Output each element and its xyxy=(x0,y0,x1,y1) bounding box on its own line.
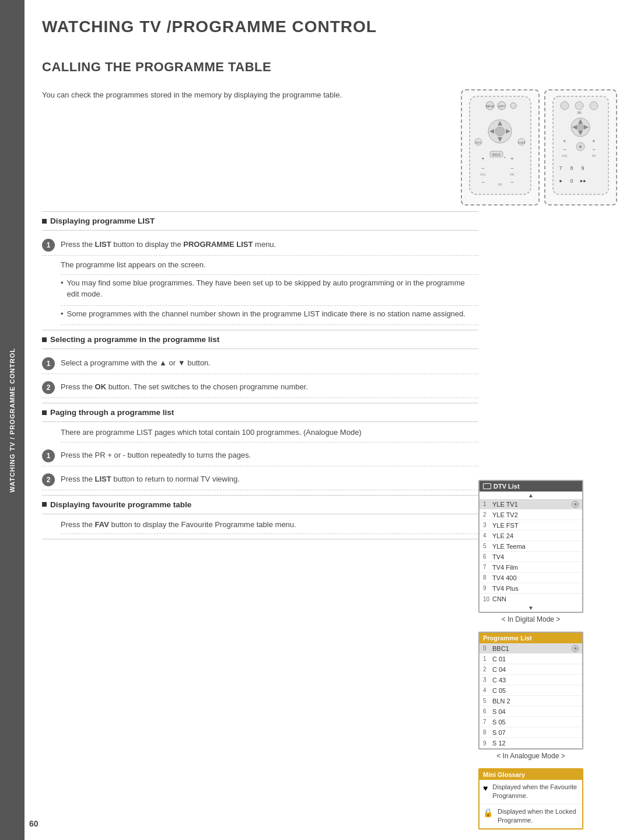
svg-text:+: + xyxy=(510,156,513,162)
dtv-row-name: TV4 Plus xyxy=(492,585,579,592)
sidebar: WATCHING TV / PROGRAMME CONTROL xyxy=(0,0,24,840)
dtv-row-name: TV4 xyxy=(492,553,579,560)
section-title: CALLING THE PROGRAMME TABLE xyxy=(42,48,612,83)
svg-text:GUIDE: GUIDE xyxy=(518,141,526,144)
divider-7 xyxy=(42,495,478,496)
dtv-list-row: 9 TV4 Plus xyxy=(480,583,582,594)
page-title: WATCHING TV /PROGRAMME CONTROL xyxy=(42,0,612,48)
svg-text:9: 9 xyxy=(581,165,584,171)
svg-text:MENU: MENU xyxy=(486,104,495,108)
intro-text: You can check the programmes stored in t… xyxy=(42,83,449,102)
dtv-row-name: YLE TV2 xyxy=(492,511,579,518)
sidebar-label: WATCHING TV / PROGRAMME CONTROL xyxy=(9,348,16,493)
step-select-1: 1 Select a programme with the ▲ or ▼ but… xyxy=(42,354,478,374)
svg-text:●: ● xyxy=(559,178,562,184)
dtv-row-num: 4 xyxy=(483,532,492,539)
prog-row-icon: ◉ xyxy=(572,645,579,652)
glossary-row: ♥ Displayed when the Favourite Programme… xyxy=(480,780,582,804)
prog-list-row: 7 S 05 xyxy=(480,717,582,727)
tv-icon xyxy=(483,483,491,489)
dtv-list-row: 2 YLE TV2 xyxy=(480,510,582,520)
dtv-list-row: 10 CNN xyxy=(480,594,582,604)
dtv-down-arrow: ▼ xyxy=(480,604,582,612)
svg-text:INFO: INFO xyxy=(475,141,481,144)
dtv-row-num: 1 xyxy=(483,501,492,507)
prog-row-num: 6 xyxy=(483,708,492,714)
svg-text:8: 8 xyxy=(570,165,573,171)
prog-row-name: S 07 xyxy=(492,729,579,736)
dtv-mode-label: < In Digital Mode > xyxy=(467,615,595,623)
svg-text:DR: DR xyxy=(577,111,582,114)
divider-6 xyxy=(42,421,478,422)
section-heading-paging: Paging through a programme list xyxy=(42,408,478,417)
prog-list-row: 6 S 04 xyxy=(480,706,582,717)
bullet-dot-1: • xyxy=(61,277,64,300)
dtv-list-header: DTV List xyxy=(480,481,582,492)
favourite-heading: Displaying favourite programme table xyxy=(50,500,191,509)
prog-row-name: S 04 xyxy=(492,708,579,715)
divider-3 xyxy=(42,330,478,330)
right-panel: DTV List ▲ 1 YLE TV1 ◉2 YLE TV2 3 YLE FS… xyxy=(467,480,595,829)
prog-row-num: 8 xyxy=(483,729,492,736)
svg-text:VOL: VOL xyxy=(562,154,568,158)
prog-list-row: 2 C 04 xyxy=(480,664,582,675)
divider-1 xyxy=(42,211,478,212)
svg-text:PR: PR xyxy=(510,173,514,176)
svg-point-30 xyxy=(575,102,583,110)
svg-text:✱: ✱ xyxy=(579,145,582,149)
svg-text:−: − xyxy=(563,147,566,152)
prog-row-name: S 05 xyxy=(492,719,579,726)
dtv-row-name: TV4 400 xyxy=(492,574,579,581)
dtv-row-num: 8 xyxy=(483,574,492,581)
svg-text:−: − xyxy=(510,179,513,185)
sub-info-display-1: The programme list appears on the screen… xyxy=(61,259,478,275)
step-text-paging-2: Press the LIST button to return to norma… xyxy=(61,473,478,485)
sub-info-favourite: Press the FAV button to display the Favo… xyxy=(61,519,478,535)
dtv-row-num: 6 xyxy=(483,553,492,560)
step-text-select-2: Press the OK button. The set switches to… xyxy=(61,381,478,393)
glossary-rows-container: ♥ Displayed when the Favourite Programme… xyxy=(480,780,582,828)
prog-row-name: BLN 2 xyxy=(492,698,579,705)
paging-heading: Paging through a programme list xyxy=(50,408,174,417)
svg-text:+: + xyxy=(592,138,595,144)
dtv-row-name: YLE TV1 xyxy=(492,501,572,508)
dtv-rows-container: 1 YLE TV1 ◉2 YLE TV2 3 YLE FST 4 YLE 24 … xyxy=(480,499,582,604)
dtv-row-name: YLE Teema xyxy=(492,543,579,550)
sub-info-display-bullet1: • You may find some blue programmes. The… xyxy=(61,277,478,306)
svg-point-3 xyxy=(510,103,516,109)
sq-bullet-2 xyxy=(42,337,47,342)
prog-row-num: 4 xyxy=(483,687,492,693)
glossary-icon: ♥ xyxy=(483,783,488,793)
divider-2 xyxy=(42,230,478,231)
dtv-list-row: 3 YLE FST xyxy=(480,520,582,531)
svg-text:+: + xyxy=(563,138,566,144)
sq-bullet-1 xyxy=(42,219,47,224)
prog-list-row: 8 S 07 xyxy=(480,727,582,738)
sq-bullet-4 xyxy=(42,502,47,507)
section-heading-favourite: Displaying favourite programme table xyxy=(42,500,478,509)
prog-row-name: C 04 xyxy=(492,666,579,673)
divider-5 xyxy=(42,403,478,403)
dtv-list-row: 1 YLE TV1 ◉ xyxy=(480,499,582,510)
svg-text:−: − xyxy=(481,165,484,171)
displaying-list-heading: Displaying programme LIST xyxy=(50,217,155,225)
dtv-up-arrow: ▲ xyxy=(480,492,582,499)
svg-point-33 xyxy=(577,124,584,131)
dtv-row-name: YLE FST xyxy=(492,522,579,529)
prog-row-num: 0 xyxy=(483,645,492,651)
paging-sub-text: There are programme LIST pages which tot… xyxy=(61,428,362,437)
prog-row-num: 7 xyxy=(483,719,492,725)
dtv-row-name: YLE 24 xyxy=(492,532,579,539)
prog-rows-container: 0 BBC1 ◉1 C 01 2 C 04 3 C 43 4 C 05 5 BL… xyxy=(480,643,582,748)
svg-point-31 xyxy=(590,102,598,110)
prog-row-num: 5 xyxy=(483,698,492,704)
sq-bullet-3 xyxy=(42,410,47,415)
step-num-select-1: 1 xyxy=(42,357,55,370)
step-text-select-1: Select a programme with the ▲ or ▼ butto… xyxy=(61,357,478,369)
sub-info-display-bullet2: • Some programmes with the channel numbe… xyxy=(61,308,478,326)
dtv-list-box: DTV List ▲ 1 YLE TV1 ◉2 YLE TV2 3 YLE FS… xyxy=(478,480,583,613)
prog-list-row: 1 C 01 xyxy=(480,654,582,664)
prog-row-name: BBC1 xyxy=(492,645,572,652)
glossary-icon: 🔒 xyxy=(483,808,493,817)
svg-text:EXIT: EXIT xyxy=(498,104,505,108)
